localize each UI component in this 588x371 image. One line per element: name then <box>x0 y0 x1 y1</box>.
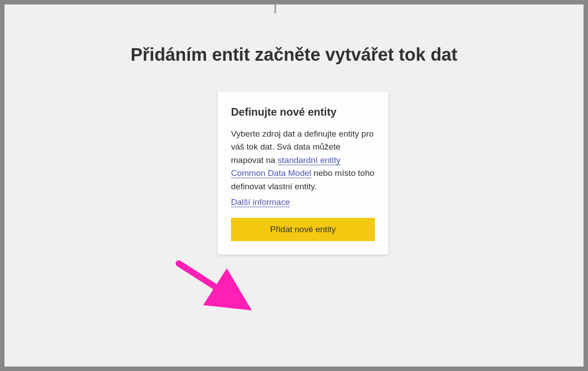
content-frame: Přidáním entit začněte vytvářet tok dat … <box>4 4 584 367</box>
more-info-wrap: Další informace <box>231 196 375 208</box>
arrow-annotation-icon <box>172 252 257 315</box>
card-title: Definujte nové entity <box>231 106 375 118</box>
top-resize-handle <box>274 4 276 13</box>
svg-line-1 <box>179 263 241 304</box>
more-info-link[interactable]: Další informace <box>231 197 290 207</box>
card-description: Vyberte zdroj dat a definujte entity pro… <box>231 127 375 193</box>
add-new-entities-button[interactable]: Přidat nové entity <box>231 218 375 241</box>
page-title: Přidáním entit začněte vytvářet tok dat <box>4 45 584 65</box>
define-entities-card: Definujte nové entity Vyberte zdroj dat … <box>218 92 388 254</box>
